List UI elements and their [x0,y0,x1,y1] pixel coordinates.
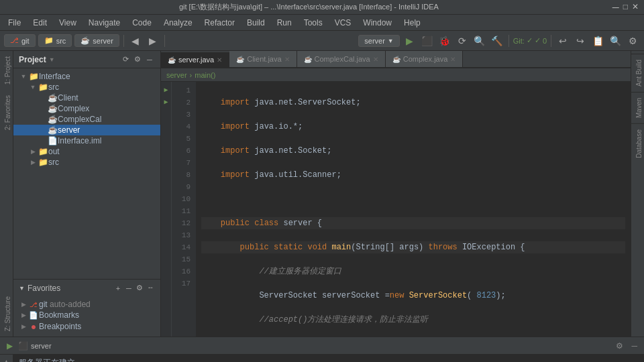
minimize-btn[interactable]: ─ [612,3,619,12]
project-sync-btn[interactable]: ⟳ [120,54,131,65]
breadcrumb-server[interactable]: server [166,71,187,79]
menu-run[interactable]: Run [272,17,297,29]
project-label: Project [19,55,46,64]
menu-refactor[interactable]: Refactor [199,17,240,29]
favorites-collapse-btn[interactable]: ╌ [146,284,155,293]
run-content[interactable]: 服务器正在建立... 我是服务器CC, 用户名信息为: 用户名: Tom, 密码… [13,355,644,362]
tree-item-complexcal[interactable]: ☕ ComplexCal [13,114,160,125]
run-config-label: server [364,37,385,45]
favorites-settings-btn[interactable]: ⚙ [135,284,144,293]
code-content[interactable]: import java.net.ServerSocket; import jav… [196,82,631,337]
tree-item-src2[interactable]: ▶ 📁 src [13,157,160,168]
favorites-item-git[interactable]: ▶ ⎇ git auto-added [13,299,160,310]
project-settings-btn[interactable]: ⚙ [132,54,143,65]
menu-tools[interactable]: Tools [299,17,328,29]
tree-item-iml[interactable]: 📄 Interface.iml [13,135,160,146]
close-btn[interactable]: ✕ [632,3,639,12]
project-header: Project ▼ ⟳ ⚙ ─ [13,51,160,68]
run-panel-settings-btn[interactable]: ⚙ [613,340,626,352]
favorites-item-breakpoints[interactable]: ▶ ● Breakpoints [13,320,160,333]
tree-item-interface[interactable]: ▼ 📁 Interface [13,71,160,82]
menu-edit[interactable]: Edit [28,17,52,29]
tab-server-label: server.java [178,56,214,64]
favorites-header[interactable]: ▼ Favorites + ─ ⚙ ╌ [13,279,160,296]
left-vtab-favorites[interactable]: 2: Favorites [0,90,13,135]
tab-complexcal-java[interactable]: ☕ ComplexCal.java ✕ [297,51,386,67]
menu-code[interactable]: Code [127,17,157,29]
tree-item-out[interactable]: ▶ 📁 out [13,146,160,157]
right-tab-database[interactable]: Database [631,123,644,164]
menu-analyze[interactable]: Analyze [158,17,198,29]
maximize-btn[interactable]: □ [623,3,628,12]
tab-server-java[interactable]: ☕ server.java ✕ [161,52,229,68]
breadcrumb-main[interactable]: main() [195,71,215,79]
window-controls: ─ □ ✕ [612,3,639,12]
tree-item-src[interactable]: ▼ 📁 src [13,82,160,93]
menu-help[interactable]: Help [398,17,426,29]
git-icon-2: Git: [513,37,525,45]
run-up-btn[interactable]: ▲ [1,357,12,362]
line-numbers: 12345 678910 1112131415 1617 [172,82,196,337]
run-restart-btn[interactable]: ▶ [4,341,15,351]
favorites-item-bookmarks[interactable]: ▶ 📄 Bookmarks [13,310,160,320]
server-file-badge[interactable]: ☕ server [74,34,119,47]
run-stop-btn[interactable]: ⬛ [17,341,28,351]
tree-item-client[interactable]: ☕ Client [13,93,160,103]
menu-navigate[interactable]: Navigate [83,17,125,29]
vcs-browse-btn[interactable]: 📋 [590,34,605,48]
tab-server-close[interactable]: ✕ [217,56,222,64]
menu-window[interactable]: Window [358,17,397,29]
right-tab-ant-build[interactable]: Ant Build [631,54,644,92]
tree-label-src: src [48,82,59,92]
tools-btn[interactable]: 🔨 [490,34,504,48]
back-btn[interactable]: ◀ [128,34,143,48]
src-folder-icon: 📁 [44,36,54,45]
toolbar-separator-1 [123,35,124,47]
profile-btn[interactable]: 🔍 [472,34,487,48]
tab-complex-java[interactable]: ☕ Complex.java ✕ [386,51,464,67]
undo-btn[interactable]: ↩ [555,34,570,48]
menu-view[interactable]: View [54,17,82,29]
tree-label-interface: Interface [39,72,70,81]
tab-complex-icon: ☕ [392,56,400,63]
menu-file[interactable]: File [3,17,26,29]
code-area[interactable]: ▶ ▶ 12345 678910 1112131415 1617 impor [161,82,631,337]
src-badge[interactable]: 📁 src [38,34,72,47]
gutter: ▶ ▶ [161,82,172,337]
menu-build[interactable]: Build [241,17,270,29]
folder-icon-out: 📁 [38,147,48,156]
run-config-badge[interactable]: server ▼ [358,35,399,47]
debug-btn[interactable]: 🐞 [437,34,452,48]
redo-btn[interactable]: ↪ [573,34,588,48]
favorites-add-btn[interactable]: + [113,284,123,293]
tab-complex-close[interactable]: ✕ [450,56,455,63]
code-line-3: import java.net.Socket; [201,145,625,157]
favorites-remove-btn[interactable]: ─ [124,284,133,293]
tab-client-icon: ☕ [236,56,244,63]
left-vtab-structure[interactable]: Z: Structure [0,291,13,337]
tab-bar: ☕ server.java ✕ ☕ Client.java ✕ ☕ Comple… [161,51,631,68]
run-btn[interactable]: ▶ [402,34,417,48]
git-badge[interactable]: ⎇ git [4,34,36,47]
menu-vcs[interactable]: VCS [329,17,357,29]
left-vtab-project[interactable]: 1: Project [0,51,13,90]
title-text: git [E:\数据结构与java\git] – ...\Interface\s… [5,2,612,12]
tree-item-server[interactable]: ☕ server [13,125,160,135]
tab-complexcal-close[interactable]: ✕ [373,56,378,63]
coverage-btn[interactable]: ⟳ [455,34,470,48]
stop-btn[interactable]: ⬛ [420,34,435,48]
settings-btn[interactable]: ⚙ [625,34,640,48]
tab-server-icon: ☕ [168,56,176,64]
run-panel-close-btn[interactable]: ─ [629,340,640,352]
forward-btn[interactable]: ▶ [146,34,160,48]
folder-icon-src2: 📁 [38,158,48,167]
tree-item-complex[interactable]: ☕ Complex [13,103,160,114]
tab-client-java[interactable]: ☕ Client.java ✕ [229,51,297,67]
project-collapse-btn[interactable]: ─ [144,54,155,65]
project-tree: ▼ 📁 Interface ▼ 📁 src ☕ Client ☕ Complex [13,68,160,279]
tree-label-server: server [58,125,80,135]
menu-bar: File Edit View Navigate Code Analyze Ref… [0,15,644,31]
tab-client-close[interactable]: ✕ [284,56,290,63]
search-everywhere-btn[interactable]: 🔍 [608,34,623,48]
right-tab-maven[interactable]: Maven [631,92,644,123]
